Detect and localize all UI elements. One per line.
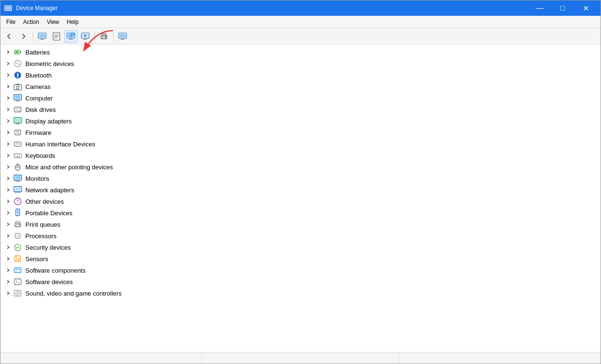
menu-help[interactable]: Help xyxy=(63,17,83,27)
chevron-icon xyxy=(4,140,12,148)
tree-item-mice[interactable]: Mice and other pointing devices xyxy=(0,161,601,173)
svg-rect-41 xyxy=(15,96,21,99)
svg-rect-5 xyxy=(40,39,45,40)
scan-button[interactable] xyxy=(64,30,78,43)
device-label-processors: Processors xyxy=(25,232,57,240)
device-label-sensors: Sensors xyxy=(25,255,48,263)
tree-item-network[interactable]: Network adapters xyxy=(0,184,601,196)
tree-item-other[interactable]: ?Other devices xyxy=(0,196,601,207)
svg-point-27 xyxy=(105,36,106,37)
device-label-security: Security devices xyxy=(25,244,71,251)
tree-item-hid[interactable]: Human Interface Devices xyxy=(0,138,601,150)
device-icon-mice xyxy=(13,162,23,172)
expand-button[interactable] xyxy=(79,30,92,43)
chevron-icon xyxy=(4,106,12,113)
menu-action[interactable]: Action xyxy=(19,17,43,27)
main-content: BatteriesBiometric devicesBluetoothCamer… xyxy=(0,44,601,352)
tree-item-disk[interactable]: Disk drives xyxy=(0,104,601,115)
tree-item-sound[interactable]: Sound, video and game controllers xyxy=(0,287,601,299)
device-icon-keyboards xyxy=(13,151,23,160)
monitor-button[interactable] xyxy=(116,30,129,43)
svg-rect-72 xyxy=(15,188,21,191)
device-label-portable: Portable Devices xyxy=(25,210,72,217)
device-icon-sound xyxy=(13,288,23,298)
maximize-button[interactable]: □ xyxy=(552,0,574,16)
svg-point-84 xyxy=(19,224,20,225)
tree-item-monitors[interactable]: Monitors xyxy=(0,173,601,184)
status-section-2 xyxy=(202,353,400,364)
svg-rect-42 xyxy=(16,100,19,101)
svg-rect-51 xyxy=(15,130,21,135)
chevron-icon xyxy=(4,94,12,102)
device-label-keyboards: Keyboards xyxy=(25,152,55,159)
chevron-icon xyxy=(4,129,12,136)
tree-item-software-comp[interactable]: Software components xyxy=(0,265,601,276)
svg-rect-45 xyxy=(15,108,20,111)
computer-button[interactable] xyxy=(35,30,49,43)
svg-point-46 xyxy=(19,111,20,112)
tree-item-computer[interactable]: Computer xyxy=(0,92,601,104)
tree-item-sensors[interactable]: Sensors xyxy=(0,253,601,265)
properties-button[interactable] xyxy=(50,30,63,43)
device-label-hid: Human Interface Devices xyxy=(25,141,95,148)
back-button[interactable] xyxy=(2,30,16,43)
separator-3 xyxy=(113,32,113,41)
app-icon xyxy=(4,4,12,12)
svg-point-57 xyxy=(19,143,20,144)
svg-rect-31 xyxy=(120,39,125,40)
chevron-icon xyxy=(4,255,12,263)
device-icon-hid xyxy=(13,139,23,149)
tree-item-keyboards[interactable]: Keyboards xyxy=(0,150,601,161)
device-tree[interactable]: BatteriesBiometric devicesBluetoothCamer… xyxy=(0,44,601,352)
device-label-biometric: Biometric devices xyxy=(25,60,74,67)
device-label-mice: Mice and other pointing devices xyxy=(25,164,113,171)
svg-rect-3 xyxy=(39,34,45,37)
print-button[interactable] xyxy=(97,30,111,43)
separator-1 xyxy=(33,32,33,41)
tree-item-portable[interactable]: Portable Devices xyxy=(0,207,601,219)
device-label-cameras: Cameras xyxy=(25,83,51,90)
tree-item-security[interactable]: Security devices xyxy=(0,242,601,253)
tree-item-print[interactable]: Print queues xyxy=(0,219,601,230)
chevron-icon xyxy=(4,83,12,90)
svg-point-73 xyxy=(15,192,16,193)
device-label-software-dev: Software devices xyxy=(25,278,73,286)
tree-item-software-dev[interactable]: Software devices xyxy=(0,276,601,287)
svg-rect-35 xyxy=(15,51,19,53)
tree-item-biometric[interactable]: Biometric devices xyxy=(0,58,601,69)
device-label-firmware: Firmware xyxy=(25,129,51,136)
device-label-bluetooth: Bluetooth xyxy=(25,72,52,79)
svg-rect-96 xyxy=(18,269,20,270)
device-icon-portable xyxy=(13,208,23,218)
device-icon-monitors xyxy=(13,174,23,183)
tree-item-display[interactable]: Display adapters xyxy=(0,115,601,127)
forward-button[interactable] xyxy=(17,30,30,43)
chevron-icon xyxy=(4,60,12,67)
menu-bar: File Action View Help xyxy=(0,16,601,28)
svg-rect-49 xyxy=(16,123,19,124)
title-bar: Device Manager — □ ✕ xyxy=(0,0,601,16)
separator-2 xyxy=(94,32,95,41)
close-button[interactable]: ✕ xyxy=(575,0,597,16)
menu-view[interactable]: View xyxy=(43,17,63,27)
device-label-other: Other devices xyxy=(25,198,64,205)
tree-item-firmware[interactable]: Firmware xyxy=(0,127,601,138)
device-icon-security xyxy=(13,243,23,252)
tree-item-cameras[interactable]: Cameras xyxy=(0,81,601,92)
menu-file[interactable]: File xyxy=(2,17,19,27)
svg-rect-95 xyxy=(15,269,17,270)
svg-rect-97 xyxy=(15,271,20,272)
minimize-button[interactable]: — xyxy=(529,0,551,16)
tree-item-processors[interactable]: Processors xyxy=(0,230,601,242)
device-label-computer: Computer xyxy=(25,95,53,102)
device-icon-bluetooth xyxy=(13,70,23,80)
tree-item-batteries[interactable]: Batteries xyxy=(0,46,601,58)
svg-rect-58 xyxy=(14,154,22,158)
chevron-icon xyxy=(4,278,12,286)
device-manager-window: Device Manager — □ ✕ File Action View He… xyxy=(0,0,601,364)
svg-rect-98 xyxy=(14,279,21,285)
tree-item-bluetooth[interactable]: Bluetooth xyxy=(0,69,601,81)
chevron-icon xyxy=(4,266,12,274)
toolbar xyxy=(0,28,601,44)
device-label-sound: Sound, video and game controllers xyxy=(25,290,122,297)
